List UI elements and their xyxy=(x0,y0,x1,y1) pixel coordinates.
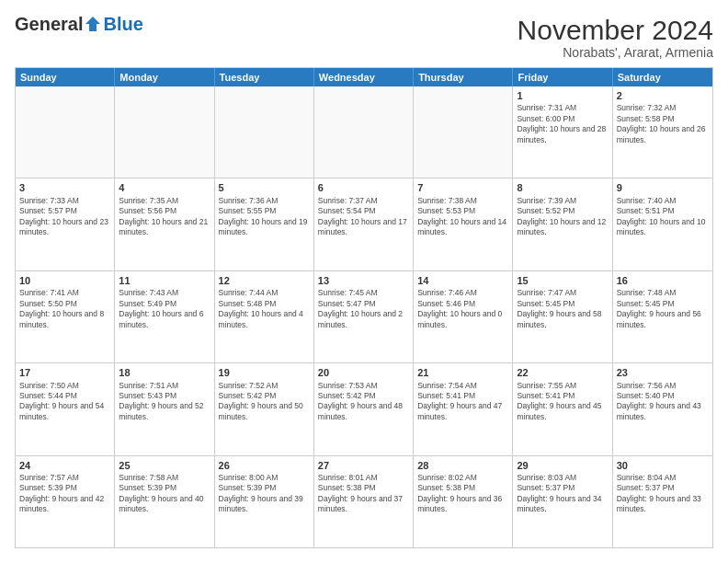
day-info: Sunrise: 8:00 AM Sunset: 5:39 PM Dayligh… xyxy=(219,473,310,515)
day-info: Sunrise: 8:02 AM Sunset: 5:38 PM Dayligh… xyxy=(417,473,508,515)
day-cell-4: 4Sunrise: 7:35 AM Sunset: 5:56 PM Daylig… xyxy=(115,178,214,270)
weekday-header-monday: Monday xyxy=(115,68,214,86)
day-cell-30: 30Sunrise: 8:04 AM Sunset: 5:37 PM Dayli… xyxy=(613,456,712,547)
day-info: Sunrise: 7:41 AM Sunset: 5:50 PM Dayligh… xyxy=(19,288,110,330)
weekday-header-wednesday: Wednesday xyxy=(314,68,414,86)
day-number: 9 xyxy=(617,181,709,194)
day-number: 24 xyxy=(19,459,110,472)
day-number: 11 xyxy=(119,274,210,287)
day-number: 3 xyxy=(19,181,110,194)
day-info: Sunrise: 7:57 AM Sunset: 5:39 PM Dayligh… xyxy=(19,473,110,515)
title-block: November 2024 Norabats', Ararat, Armenia xyxy=(518,15,713,60)
day-info: Sunrise: 7:39 AM Sunset: 5:52 PM Dayligh… xyxy=(517,196,608,238)
day-cell-19: 19Sunrise: 7:52 AM Sunset: 5:42 PM Dayli… xyxy=(215,363,314,454)
day-info: Sunrise: 7:31 AM Sunset: 6:00 PM Dayligh… xyxy=(517,103,608,145)
day-cell-28: 28Sunrise: 8:02 AM Sunset: 5:38 PM Dayli… xyxy=(414,456,513,547)
day-cell-26: 26Sunrise: 8:00 AM Sunset: 5:39 PM Dayli… xyxy=(215,456,314,547)
day-cell-11: 11Sunrise: 7:43 AM Sunset: 5:49 PM Dayli… xyxy=(115,271,214,362)
day-cell-18: 18Sunrise: 7:51 AM Sunset: 5:43 PM Dayli… xyxy=(115,363,214,454)
day-number: 29 xyxy=(517,459,608,472)
logo-general-text: General xyxy=(15,15,83,33)
day-number: 8 xyxy=(517,181,608,194)
calendar-row-4: 24Sunrise: 7:57 AM Sunset: 5:39 PM Dayli… xyxy=(16,455,712,547)
day-number: 15 xyxy=(517,274,608,287)
day-number: 19 xyxy=(219,366,310,379)
day-info: Sunrise: 7:46 AM Sunset: 5:46 PM Dayligh… xyxy=(417,288,508,330)
day-number: 21 xyxy=(417,366,508,379)
day-info: Sunrise: 7:45 AM Sunset: 5:47 PM Dayligh… xyxy=(318,288,409,330)
logo-blue-text: Blue xyxy=(103,15,142,33)
day-info: Sunrise: 7:54 AM Sunset: 5:41 PM Dayligh… xyxy=(417,381,508,423)
weekday-header-saturday: Saturday xyxy=(613,68,712,86)
day-cell-6: 6Sunrise: 7:37 AM Sunset: 5:54 PM Daylig… xyxy=(314,178,414,270)
empty-cell-r0-c3 xyxy=(314,86,414,178)
empty-cell-r0-c2 xyxy=(215,86,314,178)
day-number: 22 xyxy=(517,366,608,379)
day-number: 4 xyxy=(119,181,210,194)
day-number: 13 xyxy=(318,274,409,287)
day-cell-7: 7Sunrise: 7:38 AM Sunset: 5:53 PM Daylig… xyxy=(414,178,513,270)
day-info: Sunrise: 7:55 AM Sunset: 5:41 PM Dayligh… xyxy=(517,381,608,423)
day-number: 23 xyxy=(617,366,709,379)
logo: General Blue xyxy=(15,15,143,33)
weekday-header-friday: Friday xyxy=(513,68,612,86)
empty-cell-r0-c0 xyxy=(16,86,115,178)
day-cell-12: 12Sunrise: 7:44 AM Sunset: 5:48 PM Dayli… xyxy=(215,271,314,362)
logo-icon xyxy=(84,15,102,33)
day-info: Sunrise: 7:50 AM Sunset: 5:44 PM Dayligh… xyxy=(19,381,110,423)
day-number: 25 xyxy=(119,459,210,472)
day-info: Sunrise: 7:52 AM Sunset: 5:42 PM Dayligh… xyxy=(219,381,310,423)
calendar-row-3: 17Sunrise: 7:50 AM Sunset: 5:44 PM Dayli… xyxy=(16,362,712,454)
day-cell-3: 3Sunrise: 7:33 AM Sunset: 5:57 PM Daylig… xyxy=(16,178,115,270)
day-info: Sunrise: 7:43 AM Sunset: 5:49 PM Dayligh… xyxy=(119,288,210,330)
day-info: Sunrise: 7:53 AM Sunset: 5:42 PM Dayligh… xyxy=(318,381,409,423)
page: General Blue November 2024 Norabats', Ar… xyxy=(0,0,728,563)
day-cell-9: 9Sunrise: 7:40 AM Sunset: 5:51 PM Daylig… xyxy=(613,178,712,270)
day-info: Sunrise: 7:47 AM Sunset: 5:45 PM Dayligh… xyxy=(517,288,608,330)
day-number: 1 xyxy=(517,89,608,102)
day-number: 7 xyxy=(417,181,508,194)
day-number: 14 xyxy=(417,274,508,287)
day-number: 28 xyxy=(417,459,508,472)
day-cell-25: 25Sunrise: 7:58 AM Sunset: 5:39 PM Dayli… xyxy=(115,456,214,547)
day-cell-8: 8Sunrise: 7:39 AM Sunset: 5:52 PM Daylig… xyxy=(513,178,612,270)
day-cell-23: 23Sunrise: 7:56 AM Sunset: 5:40 PM Dayli… xyxy=(613,363,712,454)
day-cell-21: 21Sunrise: 7:54 AM Sunset: 5:41 PM Dayli… xyxy=(414,363,513,454)
day-cell-27: 27Sunrise: 8:01 AM Sunset: 5:38 PM Dayli… xyxy=(314,456,414,547)
day-number: 27 xyxy=(318,459,409,472)
month-title: November 2024 xyxy=(518,15,713,45)
day-cell-2: 2Sunrise: 7:32 AM Sunset: 5:58 PM Daylig… xyxy=(613,86,712,178)
day-number: 17 xyxy=(19,366,110,379)
day-cell-13: 13Sunrise: 7:45 AM Sunset: 5:47 PM Dayli… xyxy=(314,271,414,362)
day-cell-29: 29Sunrise: 8:03 AM Sunset: 5:37 PM Dayli… xyxy=(513,456,612,547)
empty-cell-r0-c4 xyxy=(414,86,513,178)
day-cell-16: 16Sunrise: 7:48 AM Sunset: 5:45 PM Dayli… xyxy=(613,271,712,362)
day-number: 18 xyxy=(119,366,210,379)
day-info: Sunrise: 7:32 AM Sunset: 5:58 PM Dayligh… xyxy=(617,103,709,145)
day-info: Sunrise: 8:04 AM Sunset: 5:37 PM Dayligh… xyxy=(617,473,709,515)
day-info: Sunrise: 7:56 AM Sunset: 5:40 PM Dayligh… xyxy=(617,381,709,423)
day-info: Sunrise: 7:51 AM Sunset: 5:43 PM Dayligh… xyxy=(119,381,210,423)
day-info: Sunrise: 7:38 AM Sunset: 5:53 PM Dayligh… xyxy=(417,196,508,238)
day-info: Sunrise: 7:40 AM Sunset: 5:51 PM Dayligh… xyxy=(617,196,709,238)
day-number: 10 xyxy=(19,274,110,287)
day-info: Sunrise: 8:03 AM Sunset: 5:37 PM Dayligh… xyxy=(517,473,608,515)
day-cell-20: 20Sunrise: 7:53 AM Sunset: 5:42 PM Dayli… xyxy=(314,363,414,454)
location: Norabats', Ararat, Armenia xyxy=(518,45,713,60)
day-cell-22: 22Sunrise: 7:55 AM Sunset: 5:41 PM Dayli… xyxy=(513,363,612,454)
calendar: SundayMondayTuesdayWednesdayThursdayFrid… xyxy=(15,67,713,548)
calendar-header: SundayMondayTuesdayWednesdayThursdayFrid… xyxy=(16,68,712,86)
day-info: Sunrise: 7:58 AM Sunset: 5:39 PM Dayligh… xyxy=(119,473,210,515)
day-info: Sunrise: 7:36 AM Sunset: 5:55 PM Dayligh… xyxy=(219,196,310,238)
day-info: Sunrise: 7:48 AM Sunset: 5:45 PM Dayligh… xyxy=(617,288,709,330)
day-number: 6 xyxy=(318,181,409,194)
day-cell-10: 10Sunrise: 7:41 AM Sunset: 5:50 PM Dayli… xyxy=(16,271,115,362)
day-number: 5 xyxy=(219,181,310,194)
day-cell-1: 1Sunrise: 7:31 AM Sunset: 6:00 PM Daylig… xyxy=(513,86,612,178)
day-number: 12 xyxy=(219,274,310,287)
day-number: 30 xyxy=(617,459,709,472)
day-info: Sunrise: 7:35 AM Sunset: 5:56 PM Dayligh… xyxy=(119,196,210,238)
weekday-header-tuesday: Tuesday xyxy=(215,68,314,86)
calendar-body: 1Sunrise: 7:31 AM Sunset: 6:00 PM Daylig… xyxy=(16,86,712,547)
day-number: 20 xyxy=(318,366,409,379)
